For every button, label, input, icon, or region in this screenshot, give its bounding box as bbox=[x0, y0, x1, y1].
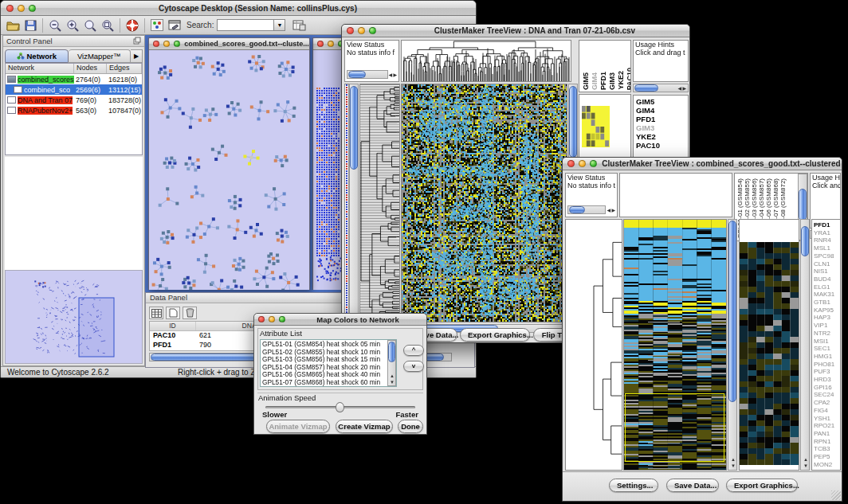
search-dropdown-button[interactable]: ▼ bbox=[274, 19, 285, 31]
done-button[interactable]: Done bbox=[398, 420, 423, 433]
network-name: DNA and Tran 07 bbox=[18, 96, 73, 104]
animation-speed-slider[interactable] bbox=[265, 406, 415, 408]
search-label: Search: bbox=[186, 21, 214, 29]
tv2-zoom-heatmap[interactable] bbox=[740, 242, 799, 465]
minimize-button[interactable] bbox=[163, 41, 170, 47]
search-input[interactable] bbox=[217, 19, 274, 31]
tv2-row-dendrogram[interactable] bbox=[566, 220, 622, 470]
tv1-correlation-thumbnail[interactable] bbox=[582, 106, 610, 147]
network-table-header[interactable]: Edges bbox=[107, 64, 142, 73]
vizmapper-icon[interactable] bbox=[148, 18, 166, 33]
animate-vizmap-button[interactable]: Animate Vizmap bbox=[266, 420, 330, 433]
tab-scroll-right[interactable]: ▶ bbox=[131, 49, 143, 63]
zoom-in-icon[interactable] bbox=[64, 18, 81, 33]
network-name: RNAPuberNov2+ bbox=[18, 107, 73, 115]
network-table-row[interactable]: combined_sco2569(6)13112(15) bbox=[6, 84, 142, 95]
data-id-cell: PFD1 bbox=[150, 341, 196, 350]
network-table-row[interactable]: combined_scores2764(0)16218(0) bbox=[6, 74, 142, 84]
tv1-row-label: GIM5 bbox=[636, 97, 660, 106]
tv2-button-export-graphics-[interactable]: Export Graphics... bbox=[726, 479, 798, 492]
network-table-header[interactable]: Network bbox=[6, 64, 74, 73]
gene-label: NTR2 bbox=[814, 330, 834, 338]
attribute-list-item[interactable]: GPL51-03 (GSM856) heat shock 15 min bbox=[262, 356, 386, 364]
network-table-header[interactable]: Nodes bbox=[74, 64, 107, 73]
zoom-window-button[interactable] bbox=[279, 316, 285, 322]
close-button[interactable] bbox=[317, 41, 324, 47]
close-button[interactable] bbox=[567, 160, 575, 167]
save-session-icon[interactable] bbox=[22, 18, 39, 33]
tv2-button-save-data-[interactable]: Save Data... bbox=[666, 479, 719, 492]
tv1-usage-hscroll[interactable]: ◀▶ bbox=[633, 84, 689, 92]
open-session-icon[interactable] bbox=[4, 18, 22, 33]
zoom-window-button[interactable] bbox=[29, 5, 36, 12]
tab-vizmapper[interactable]: VizMapper™ bbox=[69, 49, 132, 63]
slider-thumb[interactable] bbox=[336, 402, 344, 412]
faster-label: Faster bbox=[395, 410, 418, 419]
minimize-button[interactable] bbox=[358, 27, 365, 34]
window-title: Cytoscape Desktop (Session Name: collins… bbox=[40, 4, 476, 13]
control-panel: Control Panel Network VizMapper™ ▶ Netwo… bbox=[2, 35, 145, 366]
data-panel-header[interactable]: ID bbox=[150, 322, 196, 330]
zoom-window-button[interactable] bbox=[174, 41, 180, 47]
tv1-row-label: YKE2 bbox=[636, 132, 660, 141]
data-panel-title: Data Panel bbox=[150, 293, 187, 302]
minimize-button[interactable] bbox=[18, 5, 25, 12]
minimize-button[interactable] bbox=[269, 316, 275, 322]
help-icon[interactable] bbox=[124, 18, 141, 33]
attribute-table-icon[interactable] bbox=[149, 307, 163, 319]
tv1-row-label: PAC10 bbox=[636, 141, 660, 150]
gene-label: VIP1 bbox=[814, 322, 834, 330]
network-overview[interactable] bbox=[5, 270, 143, 364]
document-icon bbox=[14, 86, 22, 93]
network-graph-canvas[interactable] bbox=[149, 51, 309, 290]
tv2-button-settings-[interactable]: Settings... bbox=[609, 479, 658, 492]
export-table-icon[interactable] bbox=[290, 18, 308, 33]
close-button[interactable] bbox=[347, 27, 354, 34]
attribute-list-item[interactable]: GPL51-01 (GSM854) heat shock 05 min bbox=[262, 341, 386, 349]
network-table-row[interactable]: RNAPuberNov2+563(0)107847(0) bbox=[6, 105, 142, 115]
minimize-button[interactable] bbox=[579, 160, 586, 167]
tab-network[interactable]: Network bbox=[5, 49, 69, 63]
network-table-row[interactable]: DNA and Tran 07769(0)183728(0) bbox=[6, 95, 142, 105]
zoom-out-icon[interactable] bbox=[46, 18, 64, 33]
tv1-button-export-graphics-[interactable]: Export Graphics... bbox=[460, 328, 530, 342]
attribute-list-item[interactable]: GPL51-02 (GSM855) heat shock 10 min bbox=[262, 349, 386, 357]
attribute-list-vscroll[interactable]: ▲▼ bbox=[387, 340, 396, 386]
network-view-window-1: combined_scores_good.txt--cluste... bbox=[148, 37, 310, 290]
gene-label: MON2 bbox=[814, 461, 834, 469]
tv1-column-dendrogram[interactable] bbox=[402, 41, 571, 81]
move-attribute-down-button[interactable]: v bbox=[403, 361, 424, 372]
tv1-left-vscroll[interactable] bbox=[349, 84, 359, 322]
tv2-zoom-vscroll[interactable]: ▲▼ bbox=[800, 219, 810, 471]
attribute-list-item[interactable]: GPL51-04 (GSM857) heat shock 20 min bbox=[262, 364, 386, 372]
status-welcome: Welcome to Cytoscape 2.6.2 bbox=[7, 368, 109, 377]
zoom-window-button[interactable] bbox=[369, 27, 376, 34]
tv1-column-label: GIM3 bbox=[608, 72, 616, 90]
tv1-heatmap[interactable] bbox=[402, 84, 567, 322]
zoom-window-button[interactable] bbox=[590, 160, 597, 167]
move-attribute-up-button[interactable]: ^ bbox=[403, 345, 424, 356]
delete-attribute-icon[interactable] bbox=[183, 307, 197, 319]
zoom-selected-icon[interactable] bbox=[81, 18, 99, 33]
tv2-status-hscroll[interactable] bbox=[567, 205, 606, 214]
minimize-button[interactable] bbox=[328, 41, 334, 47]
close-button[interactable] bbox=[258, 316, 265, 322]
network-name: combined_scores bbox=[18, 76, 74, 84]
tv1-row-dendrogram[interactable] bbox=[360, 84, 399, 322]
gene-label: PUF3 bbox=[814, 368, 834, 376]
close-button[interactable] bbox=[153, 41, 159, 47]
tv1-status-hscroll[interactable] bbox=[347, 70, 388, 79]
create-vizmap-button[interactable]: Create Vizmap bbox=[336, 420, 393, 433]
network-name: combined_sco bbox=[24, 86, 70, 94]
new-attribute-icon[interactable] bbox=[166, 307, 180, 319]
annotation-icon[interactable] bbox=[166, 18, 183, 33]
tv1-row-label: GIM3 bbox=[636, 123, 660, 132]
close-button[interactable] bbox=[6, 5, 14, 12]
attribute-list-item[interactable]: GPL51-06 (GSM865) heat shock 40 min bbox=[262, 371, 386, 379]
tv1-column-label: GIM5 bbox=[582, 72, 590, 90]
float-panel-icon[interactable] bbox=[133, 37, 141, 45]
zoom-fit-icon[interactable] bbox=[99, 18, 116, 33]
attribute-list-item[interactable]: GPL51-07 (GSM868) heat shock 60 min bbox=[262, 379, 386, 387]
tv2-heatmap-vscroll[interactable]: ▲▼ bbox=[728, 219, 737, 471]
resize-grip[interactable] bbox=[831, 490, 841, 500]
